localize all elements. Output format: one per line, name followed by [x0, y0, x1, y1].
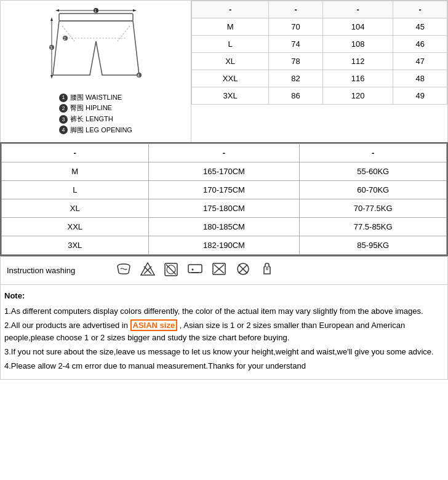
size-table-cell: 104 [322, 18, 393, 36]
size-table-cell: XXL [192, 70, 269, 87]
size-table-cell: - [393, 1, 447, 18]
hand-wash-icon [259, 262, 275, 279]
svg-rect-26 [188, 265, 202, 273]
note-line-4: 4.Please allow 2-4 cm error due to manua… [4, 360, 444, 373]
diagram-area: 1 2 4 3 1 腰围 WAISTLINE 2 臀围 HIPLINE [1, 1, 191, 142]
suggest-table-cell: 175-180CM [148, 199, 300, 218]
suggest-table-cell: XL [2, 199, 149, 218]
legend-item-2: 2 臀围 HIPLINE [59, 103, 132, 114]
note-line-3: 3.If you not sure about the size,leave u… [4, 346, 444, 359]
suggest-table-cell: 70-77.5KG [300, 199, 447, 218]
no-tumble-dry-icon [163, 262, 179, 279]
asian-size-highlight: ASIAN size [130, 319, 178, 331]
wash-icon-basin [115, 262, 132, 279]
suggest-table-row: XL175-180CM70-77.5KG [2, 199, 447, 218]
size-table-top: ----M7010445L7410846XL7811247XXL82116483… [191, 1, 447, 142]
size-table-cell: XL [192, 53, 269, 70]
svg-marker-13 [50, 17, 53, 21]
suggest-table-cell: XXL [2, 218, 149, 236]
size-table-row: XXL8211648 [192, 70, 447, 87]
svg-marker-6 [133, 9, 137, 12]
suggest-table-cell: L [2, 181, 149, 199]
size-table-cell: 112 [322, 53, 393, 70]
note-line-2: 2.All our products are advertised in ASI… [4, 319, 444, 345]
suggest-table-row: 3XL182-190CM85-95KG [2, 236, 447, 255]
suggest-table-cell: 60-70KG [300, 181, 447, 199]
suggest-table-row: M165-170CM55-60KG [2, 162, 447, 181]
size-table-cell: 116 [322, 70, 393, 87]
notes-section: Note: 1.As different computers display c… [0, 285, 448, 380]
svg-marker-14 [50, 75, 53, 79]
suggest-section: ---M165-170CM55-60KGL170-175CM60-70KGXL1… [0, 142, 448, 256]
suggest-table-cell: 182-190CM [148, 236, 300, 255]
size-table-cell: 3XL [192, 87, 269, 105]
washing-label: Instruction washing [7, 266, 105, 275]
size-table-cell: 74 [269, 36, 323, 53]
size-table-cell: 45 [393, 18, 447, 36]
note-line-1: 1.As different computers display colors … [4, 305, 444, 318]
suggest-table-cell: 3XL [2, 236, 149, 255]
iron-low-icon [186, 262, 204, 279]
note-title: Note: [4, 290, 444, 303]
svg-text:3: 3 [50, 46, 52, 50]
suggest-table-row: L170-175CM60-70KG [2, 181, 447, 199]
suggest-table-cell: 85-95KG [300, 236, 447, 255]
suggest-table-cell: 165-170CM [148, 162, 300, 181]
suggest-table-cell: 77.5-85KG [300, 218, 447, 236]
legend-item-3: 3 裤长 LENGTH [59, 114, 132, 125]
suggest-table-cell: - [148, 144, 300, 162]
svg-text:1: 1 [94, 9, 97, 13]
no-wash-icon [211, 262, 227, 279]
suggest-table-cell: 170-175CM [148, 181, 300, 199]
size-suggest-table: ---M165-170CM55-60KGL170-175CM60-70KGXL1… [1, 143, 447, 255]
suggest-table-row: --- [2, 144, 447, 162]
svg-marker-5 [55, 9, 59, 12]
suggest-table-cell: - [300, 144, 447, 162]
washing-icons [115, 262, 275, 279]
size-table-cell: M [192, 18, 269, 36]
legend-item-4: 4 脚围 LEG OPENING [59, 125, 132, 136]
size-table-cell: 46 [393, 36, 447, 53]
legend: 1 腰围 WAISTLINE 2 臀围 HIPLINE 3 裤长 LENGTH … [59, 92, 132, 135]
no-bleach-icon [140, 262, 156, 279]
size-table-row: 3XL8612049 [192, 87, 447, 105]
size-table-cell: - [269, 1, 323, 18]
suggest-table-cell: 180-185CM [148, 218, 300, 236]
size-table-row: L7410846 [192, 36, 447, 53]
svg-line-3 [118, 26, 130, 41]
size-table-cell: 86 [269, 87, 323, 105]
legend-item-1: 1 腰围 WAISTLINE [59, 92, 132, 103]
svg-marker-20 [141, 263, 154, 275]
size-table-cell: 49 [393, 87, 447, 105]
svg-text:4: 4 [137, 73, 140, 78]
size-table-cell: 82 [269, 70, 323, 87]
svg-text:2: 2 [63, 36, 66, 41]
size-table-row: ---- [192, 1, 447, 18]
size-measurements-table: ----M7010445L7410846XL7811247XXL82116483… [191, 1, 447, 105]
shorts-diagram: 1 2 4 3 [41, 7, 151, 87]
size-table-cell: 78 [269, 53, 323, 70]
size-table-cell: 70 [269, 18, 323, 36]
top-section: 1 2 4 3 1 腰围 WAISTLINE 2 臀围 HIPLINE [0, 0, 448, 142]
suggest-table-cell: M [2, 162, 149, 181]
svg-rect-0 [59, 14, 133, 21]
washing-section: Instruction washing [0, 256, 448, 285]
suggest-table-row: XXL180-185CM77.5-85KG [2, 218, 447, 236]
size-table-row: XL7811247 [192, 53, 447, 70]
size-table-cell: L [192, 36, 269, 53]
suggest-table-cell: 55-60KG [300, 162, 447, 181]
svg-point-28 [192, 269, 194, 271]
size-table-cell: 108 [322, 36, 393, 53]
size-table-cell: - [192, 1, 269, 18]
size-table-cell: 48 [393, 70, 447, 87]
size-table-cell: - [322, 1, 393, 18]
size-table-cell: 120 [322, 87, 393, 105]
size-table-cell: 47 [393, 53, 447, 70]
size-table-row: M7010445 [192, 18, 447, 36]
svg-line-25 [166, 265, 176, 274]
suggest-table-cell: - [2, 144, 149, 162]
no-dry-clean-icon [234, 262, 252, 279]
